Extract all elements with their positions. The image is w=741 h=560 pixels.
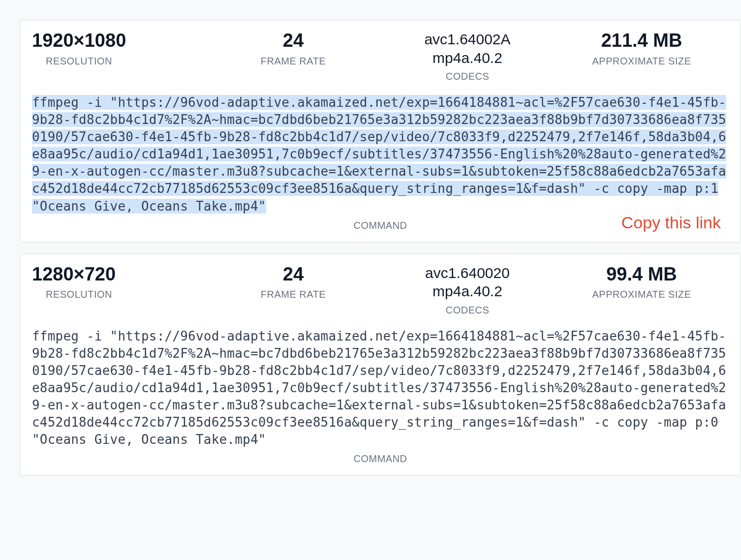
stat-codecs: avc1.640020 mp4a.40.2 CODECS bbox=[380, 264, 555, 316]
stat-approx-size: 211.4 MB APPROXIMATE SIZE bbox=[555, 30, 729, 67]
codec-video-value: avc1.640020 bbox=[425, 264, 510, 282]
resolution-label: RESOLUTION bbox=[32, 56, 206, 67]
codec-audio-value: mp4a.40.2 bbox=[432, 49, 502, 67]
approx-size-value: 99.4 MB bbox=[555, 264, 729, 285]
stats-row: 1280×720 RESOLUTION 24 FRAME RATE avc1.6… bbox=[32, 264, 729, 316]
frame-rate-value: 24 bbox=[206, 264, 380, 285]
stat-resolution: 1280×720 RESOLUTION bbox=[32, 264, 206, 301]
approx-size-label: APPROXIMATE SIZE bbox=[555, 56, 729, 67]
frame-rate-value: 24 bbox=[206, 30, 380, 52]
command-wrap: ffmpeg -i "https://96vod-adaptive.akamai… bbox=[32, 94, 729, 215]
codecs-label: CODECS bbox=[380, 305, 555, 316]
codec-audio-value: mp4a.40.2 bbox=[432, 282, 502, 301]
command-label: COMMAND bbox=[32, 220, 729, 231]
resolution-value: 1920×1080 bbox=[32, 30, 206, 52]
stat-codecs: avc1.64002A mp4a.40.2 CODECS bbox=[380, 30, 555, 82]
stat-approx-size: 99.4 MB APPROXIMATE SIZE bbox=[555, 264, 729, 301]
command-wrap: ffmpeg -i "https://96vod-adaptive.akamai… bbox=[32, 328, 729, 449]
stat-resolution: 1920×1080 RESOLUTION bbox=[32, 30, 206, 67]
codec-video-value: avc1.64002A bbox=[424, 30, 510, 49]
codecs-label: CODECS bbox=[380, 71, 555, 82]
resolution-value: 1280×720 bbox=[32, 264, 206, 285]
stats-row: 1920×1080 RESOLUTION 24 FRAME RATE avc1.… bbox=[32, 30, 729, 82]
approx-size-value: 211.4 MB bbox=[555, 30, 729, 52]
command-label: COMMAND bbox=[32, 453, 729, 465]
approx-size-label: APPROXIMATE SIZE bbox=[555, 289, 729, 300]
frame-rate-label: FRAME RATE bbox=[206, 289, 380, 300]
command-text[interactable]: ffmpeg -i "https://96vod-adaptive.akamai… bbox=[32, 329, 726, 447]
command-text[interactable]: ffmpeg -i "https://96vod-adaptive.akamai… bbox=[32, 95, 726, 214]
variant-card: 1280×720 RESOLUTION 24 FRAME RATE avc1.6… bbox=[20, 253, 741, 476]
stat-frame-rate: 24 FRAME RATE bbox=[206, 30, 380, 67]
variant-card: 1920×1080 RESOLUTION 24 FRAME RATE avc1.… bbox=[20, 20, 741, 243]
stat-frame-rate: 24 FRAME RATE bbox=[206, 264, 380, 301]
frame-rate-label: FRAME RATE bbox=[206, 56, 380, 67]
resolution-label: RESOLUTION bbox=[32, 289, 206, 300]
